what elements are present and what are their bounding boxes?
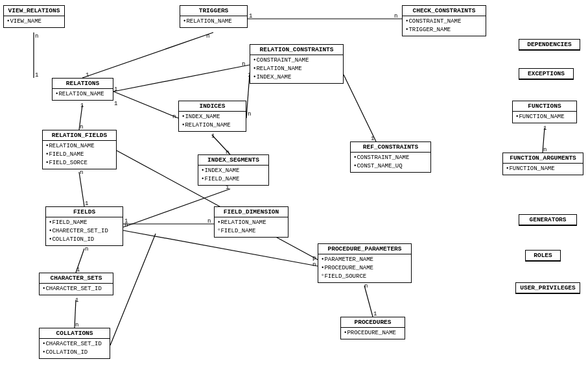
svg-text:1: 1 [211,133,215,140]
field-row: •CHARACTER_SET_ID [42,285,110,293]
entity-dependencies: DEPENDENCIES [519,39,580,51]
entity-header-view_relations: VIEW_RELATIONS [4,6,64,16]
svg-text:p: p [312,255,316,262]
entity-body-relations: •RELATION_NAME [53,89,113,100]
entity-header-relation_constraints: RELATION_CONSTRAINTS [250,45,343,55]
field-row: •INDEX_NAME [182,113,243,121]
entity-header-ref_constraints: REF_CONSTRAINTS [351,142,430,153]
entity-exceptions: EXCEPTIONS [519,68,574,80]
entity-body-check_constraints: •CONSTRAINT_NAME•TRIGGER_NAME [403,16,486,36]
entity-procedures: PROCEDURES•PROCEDURE_NAME [340,317,405,339]
svg-line-15 [344,75,376,141]
entity-body-index_segments: •INDEX_NAME•FIELD_NAME [198,166,268,185]
entity-procedure_parameters: PROCEDURE_PARAMETERS•PARAMETER_NAME•PROC… [318,243,412,283]
entity-body-ref_constraints: •CONSTRAINT_NAME•CONST_NAME_UQ [351,153,430,172]
entity-roles: ROLES [525,250,561,262]
svg-line-27 [79,172,84,206]
entity-header-collations: COLLATIONS [40,328,110,339]
svg-line-24 [79,105,82,130]
svg-text:n: n [80,169,83,176]
entity-view_relations: VIEW_RELATIONS•VIEW_NAME [3,5,65,28]
field-row: •CHARECTER_SET_ID [49,227,120,236]
field-row: •VIEW_NAME [6,18,62,26]
field-row: •FUNCTION_NAME [515,113,574,121]
svg-text:n: n [124,222,128,228]
entity-header-field_dimension: FIELD_DIMENSION [215,207,288,217]
field-row: •PROCEDURE_NAME [321,264,408,273]
svg-text:1: 1 [75,297,78,304]
entity-header-indices: INDICES [179,101,246,112]
svg-line-39 [75,300,76,328]
entity-header-relation_fields: RELATION_FIELDS [43,130,116,141]
entity-header-user_privileges: USER_PRIVILEGES [516,283,580,293]
svg-line-9 [113,65,250,92]
entity-header-roles: ROLES [526,251,560,261]
svg-line-50 [543,128,545,153]
entity-body-procedure_parameters: •PARAMETER_NAME•PROCEDURE_NAME°FIELD_SOU… [318,254,411,282]
entity-functions: FUNCTIONS•FUNCTION_NAME [512,101,577,123]
field-row: •RELATION_NAME [217,219,285,227]
field-row: •RELATION_NAME [182,121,243,130]
svg-text:1: 1 [249,13,252,19]
entity-header-triggers: TRIGGERS [180,6,247,16]
entity-ref_constraints: REF_CONSTRAINTS•CONSTRAINT_NAME•CONST_NA… [350,141,431,173]
svg-text:1: 1 [543,125,547,132]
entity-function_arguments: FUNCTION_ARGUMENTS•FUNCTION_NAME [502,153,583,175]
field-row: •RELATION_NAME [55,90,110,99]
entity-header-check_constraints: CHECK_CONSTRAINTS [403,6,486,16]
field-row: •RELATION_NAME [183,18,244,26]
entity-body-functions: •FUNCTION_NAME [513,112,576,123]
entity-relation_fields: RELATION_FIELDS•RELATION_NAME•FIELD_NAME… [42,130,117,169]
entity-header-dependencies: DEPENDENCIES [519,40,580,50]
entity-header-generators: GENERATORS [519,215,576,225]
entity-relations: RELATIONS•RELATION_NAME [52,78,113,101]
entity-body-view_relations: •VIEW_NAME [4,16,64,27]
entity-body-relation_fields: •RELATION_NAME•FIELD_NAME•FIELD_SORCE [43,141,116,169]
svg-text:1: 1 [114,86,117,93]
field-row: •TRIGGER_NAME [405,26,483,34]
svg-text:n: n [364,283,368,289]
svg-text:n: n [85,246,88,252]
entity-body-procedures: •PROCEDURE_NAME [341,328,405,339]
field-row: •FIELD_SORCE [45,159,113,167]
field-row: •FIELD_NAME [45,151,113,159]
field-row: •INDEX_NAME [253,73,340,82]
entity-header-fields: FIELDS [46,207,123,217]
svg-text:1: 1 [114,101,117,107]
svg-text:n: n [242,61,245,68]
entity-body-collations: •CHARACTER_SET_ID•COLLATION_ID [40,339,110,358]
entity-relation_constraints: RELATION_CONSTRAINTS•CONSTRAINT_NAME•REL… [250,44,344,84]
field-row: •COLLATION_ID [49,236,120,244]
svg-line-43 [364,286,373,317]
entity-header-relations: RELATIONS [53,79,113,89]
svg-line-42 [110,234,156,345]
field-row: •CONSTRAINT_NAME [353,154,428,162]
entity-check_constraints: CHECK_CONSTRAINTS•CONSTRAINT_NAME•TRIGGE… [402,5,486,36]
field-row: •FIELD_NAME [201,175,266,184]
entity-body-function_arguments: •FUNCTION_NAME [503,164,583,175]
entity-body-fields: •FIELD_NAME•CHARECTER_SET_ID•COLLATION_I… [46,217,123,245]
field-row: •CONSTRAINT_NAME [253,56,340,65]
entity-header-character_sets: CHARACTER_SETS [40,273,113,284]
entity-generators: GENERATORS [519,214,577,226]
svg-text:n: n [248,111,251,117]
field-row: °FIELD_NAME [217,227,285,236]
field-row: •CONST_NAME_UQ [353,162,428,171]
field-row: •RELATION_NAME [45,142,113,151]
entity-body-indices: •INDEX_NAME•RELATION_NAME [179,112,246,131]
entity-body-field_dimension: •RELATION_NAME°FIELD_NAME [215,217,288,237]
field-row: •FIELD_NAME [49,219,120,227]
entity-header-procedure_parameters: PROCEDURE_PARAMETERS [318,244,411,254]
entity-user_privileges: USER_PRIVILEGES [515,282,580,294]
svg-line-18 [113,92,178,118]
svg-text:n: n [312,262,316,268]
field-row: °FIELD_SOURCE [321,273,408,281]
field-row: •CHARACTER_SET_ID [42,340,107,349]
entity-character_sets: CHARACTER_SETS•CHARACTER_SET_ID [39,273,113,295]
svg-text:n: n [394,13,397,19]
entity-header-exceptions: EXCEPTIONS [519,69,573,79]
entity-triggers: TRIGGERS•RELATION_NAME [180,5,248,28]
svg-text:n: n [35,33,38,40]
field-row: •RELATION_NAME [253,65,340,73]
svg-text:n: n [172,114,176,120]
